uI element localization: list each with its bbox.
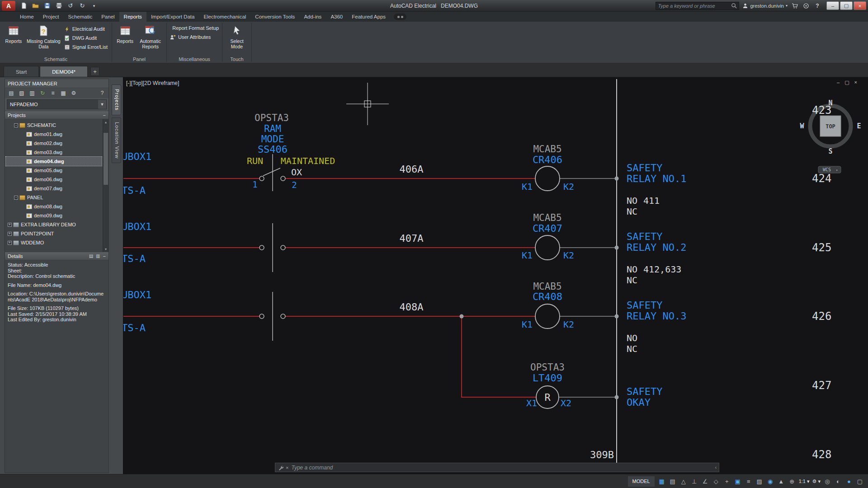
side-tab-projects[interactable]: Projects [112, 84, 121, 115]
plot-button[interactable] [53, 1, 64, 10]
command-line[interactable]: × Type a command ‹ [275, 463, 719, 472]
select-mode-button[interactable]: Select Mode [224, 23, 250, 50]
viewport-close-icon[interactable]: × [854, 80, 857, 85]
communication-center-button[interactable] [802, 2, 810, 10]
tree-item-demo09-dwg[interactable]: demo09.dwg [6, 211, 102, 220]
ribbon-tab-reports[interactable]: Reports [119, 12, 146, 22]
object-snap-toggle[interactable]: ▣ [732, 476, 743, 487]
grid-display-toggle[interactable]: ▦ [656, 476, 667, 487]
ribbon-tab-add-ins[interactable]: Add-ins [299, 12, 326, 22]
pm-close-project-button[interactable]: ▥ [28, 89, 37, 97]
signin-user-button[interactable]: greston.dunivin ▾ [742, 3, 788, 9]
details-section-header[interactable]: Details ▤ ▥ − [5, 252, 108, 260]
open-file-button[interactable] [30, 1, 41, 10]
tree-item-demo07-dwg[interactable]: demo07.dwg [6, 184, 102, 193]
autoscale-toggle[interactable]: ⊕ [787, 476, 797, 487]
tree-expander-icon[interactable]: + [8, 223, 12, 227]
panel-label-panel[interactable]: Panel [112, 55, 166, 63]
tree-item-panel[interactable]: -PANEL [6, 193, 102, 202]
annotation-visibility-toggle[interactable]: ▲ [776, 476, 787, 487]
collapse-icon[interactable]: − [103, 253, 106, 259]
help-button[interactable]: ? [813, 2, 821, 10]
projects-section-header[interactable]: Projects − [5, 111, 108, 119]
command-input[interactable]: Type a command [291, 465, 715, 471]
tree-expander-icon[interactable]: - [14, 123, 18, 127]
pm-plot-publish-button[interactable]: ▦ [59, 89, 68, 97]
tree-item-extra-library-demo[interactable]: +EXTRA LIBRARY DEMO [6, 220, 102, 229]
electrical-audit-button[interactable]: Electrical Audit [63, 25, 109, 33]
pm-task-list-button[interactable]: ≡ [48, 89, 57, 97]
tree-item-demo01-dwg[interactable]: demo01.dwg [6, 130, 102, 139]
viewport-minimize-icon[interactable]: – [837, 80, 840, 85]
workspace-switching-button[interactable]: ⚙ ▾ [811, 476, 822, 487]
file-tab-demo04[interactable]: DEMO04* [40, 66, 88, 77]
pm-refresh-button[interactable]: ↻ [38, 89, 47, 97]
ribbon-connect-indicator[interactable] [394, 14, 406, 20]
tree-item-demo02-dwg[interactable]: demo02.dwg [6, 139, 102, 148]
ribbon-tab-project[interactable]: Project [38, 12, 64, 22]
chevron-down-icon[interactable]: ▼ [98, 100, 106, 109]
viewport-restore-icon[interactable]: ▢ [844, 80, 849, 85]
save-button[interactable] [42, 1, 52, 10]
isodraft-toggle[interactable]: ◇ [711, 476, 722, 487]
pm-open-project-button[interactable]: ▧ [17, 89, 26, 97]
pm-help-button[interactable]: ? [98, 89, 107, 97]
snap-mode-toggle[interactable]: ▤ [667, 476, 678, 487]
command-customize-icon[interactable] [278, 465, 283, 470]
search-input[interactable]: Type a keyword or phrase [656, 2, 739, 10]
new-file-button[interactable] [18, 1, 29, 10]
object-snap-tracking-toggle[interactable]: + [722, 476, 732, 487]
tree-expander-icon[interactable]: + [8, 241, 12, 245]
tree-item-demo03-dwg[interactable]: demo03.dwg [6, 148, 102, 157]
qat-menu-button[interactable]: ▾ [89, 1, 99, 10]
viewport-label[interactable]: [-][Top][2D Wireframe] [126, 80, 179, 86]
ribbon-tab-conversion-tools[interactable]: Conversion Tools [250, 12, 299, 22]
panel-label-miscellaneous[interactable]: Miscellaneous [167, 55, 222, 63]
pm-settings-button[interactable]: ⚙ [69, 89, 78, 97]
tree-expander-icon[interactable]: - [14, 196, 18, 200]
drawing-canvas[interactable]: [-][Top][2D Wireframe] – ▢ × [123, 77, 868, 474]
command-close-icon[interactable]: × [286, 465, 288, 470]
undo-button[interactable]: ↺ [65, 1, 76, 10]
missing-catalog-data-button[interactable]: ? Missing Catalog Data [25, 23, 62, 50]
application-menu-button[interactable]: A [2, 1, 15, 11]
panel-reports-button[interactable]: Reports [114, 23, 136, 45]
dwg-audit-button[interactable]: DWG Audit [63, 34, 109, 42]
ribbon-tab-import-export-data[interactable]: Import/Export Data [146, 12, 199, 22]
redo-button[interactable]: ↻ [77, 1, 88, 10]
scrollbar-thumb[interactable] [104, 133, 108, 185]
side-tab-location-view[interactable]: Location View [112, 117, 121, 163]
model-space-button[interactable]: MODEL [628, 476, 655, 487]
isolate-objects-toggle[interactable]: ◐ [833, 476, 844, 487]
tree-item-demo08-dwg[interactable]: demo08.dwg [6, 202, 102, 211]
details-preview-icon[interactable]: ▥ [96, 253, 100, 258]
search-icon[interactable] [731, 3, 737, 9]
restore-button[interactable]: ▢ [840, 1, 853, 10]
pm-new-drawing-button[interactable]: ▤ [7, 89, 16, 97]
panel-label-touch[interactable]: Touch [222, 55, 251, 63]
automatic-reports-button[interactable]: Automatic Reports [136, 23, 165, 50]
schematic-drawing[interactable]: TOP N E S W WCS ▾ OPSTA3RAMMODESS406RUNM… [123, 77, 868, 474]
graphics-performance-toggle[interactable]: ● [844, 476, 854, 487]
ribbon-tab-electromechanical[interactable]: Electromechanical [199, 12, 250, 22]
tree-scrollbar[interactable]: ▲ ▼ [103, 119, 108, 252]
tree-item-demo05-dwg[interactable]: demo05.dwg [6, 166, 102, 175]
minimize-button[interactable]: – [826, 1, 839, 10]
report-format-setup-button[interactable]: Report Format Setup [169, 24, 220, 32]
ribbon-tab-home[interactable]: Home [15, 12, 38, 22]
project-dropdown[interactable]: NFPADEMO ▼ [7, 99, 107, 109]
panel-label-schematic[interactable]: Schematic [0, 55, 112, 63]
annotation-scale-button[interactable]: 1:1 ▾ [797, 476, 811, 487]
clean-screen-toggle[interactable]: ▢ [854, 476, 865, 487]
tree-item-schematic[interactable]: -SCHEMATIC [6, 121, 102, 130]
collapse-icon[interactable]: − [103, 113, 106, 118]
new-drawing-tab-button[interactable]: + [90, 67, 99, 76]
ribbon-tab-panel[interactable]: Panel [97, 12, 119, 22]
signal-error-list-button[interactable]: Signal Error/List [63, 43, 109, 51]
selection-cycling-toggle[interactable]: ◉ [765, 476, 776, 487]
tree-item-demo04-dwg[interactable]: demo04.dwg [6, 157, 102, 166]
ortho-mode-toggle[interactable]: ⊥ [689, 476, 700, 487]
details-page-icon[interactable]: ▤ [89, 253, 93, 258]
polar-tracking-toggle[interactable]: ∠ [700, 476, 711, 487]
lineweight-toggle[interactable]: ≡ [743, 476, 754, 487]
